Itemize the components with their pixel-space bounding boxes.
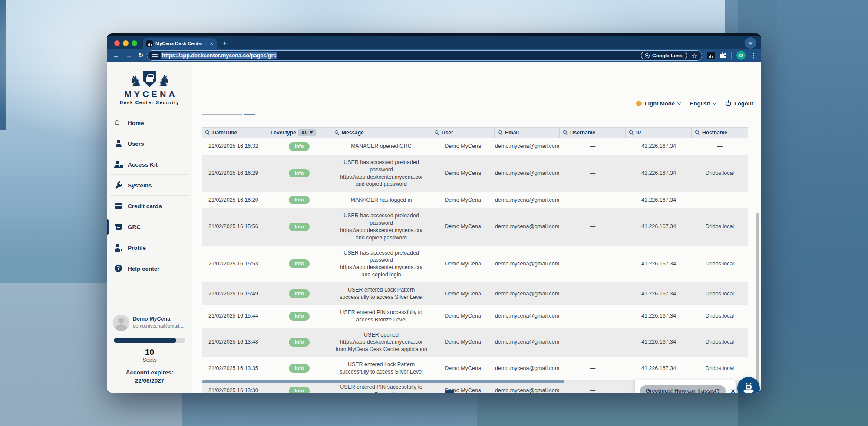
cell-hostname: Dridos.local xyxy=(692,286,748,301)
logo-title: MYCENA xyxy=(107,89,192,99)
pagination-page-button[interactable]: 62 xyxy=(495,390,505,393)
column-header-hostname[interactable]: Hostname xyxy=(692,128,748,138)
cell-level: Info xyxy=(267,285,331,302)
mycena-logo-art: ♞ ♞ xyxy=(107,68,192,88)
table-row[interactable]: 21/02/2025 16:13:48 Info USER opened htt… xyxy=(202,328,748,357)
table-row[interactable]: 21/02/2025 16:16:29 Info USER has access… xyxy=(202,155,748,192)
cell-datetime: 21/02/2025 16:15:56 xyxy=(202,219,267,234)
tab-search-chevron-button[interactable] xyxy=(745,37,756,49)
mycena-extension-icon[interactable] xyxy=(707,52,715,59)
search-icon[interactable] xyxy=(435,130,439,135)
sidebar-item-label: Access Kit xyxy=(128,161,158,168)
sidebar-item[interactable]: Home xyxy=(107,112,192,133)
sidebar-item[interactable]: Systems xyxy=(107,175,192,196)
column-header-ip[interactable]: IP xyxy=(626,128,692,138)
search-icon[interactable] xyxy=(563,130,568,135)
extensions-puzzle-icon[interactable] xyxy=(719,52,726,59)
table-body: 21/02/2025 16:16:32 Info MANAGER opened … xyxy=(202,138,748,393)
bookmark-star-icon[interactable]: ☆ xyxy=(692,52,697,59)
cell-datetime: 21/02/2025 16:13:35 xyxy=(202,361,267,376)
theme-toggle[interactable]: Light Mode xyxy=(636,100,680,107)
theme-label: Light Mode xyxy=(645,100,675,107)
table-row[interactable]: 21/02/2025 16:16:20 Info MANAGER has log… xyxy=(202,192,748,208)
cell-level: Info xyxy=(267,334,331,351)
search-icon[interactable] xyxy=(695,130,700,135)
pagination-page-button[interactable]: 1 xyxy=(445,390,454,393)
column-label: Username xyxy=(570,130,595,136)
cell-level: Info xyxy=(267,138,331,155)
info-badge: Info xyxy=(289,312,309,321)
table-row[interactable]: 21/02/2025 16:15:56 Info USER has access… xyxy=(202,208,748,246)
cell-ip: 41.226.167.34 xyxy=(626,286,692,301)
sidebar-item[interactable]: Access Kit xyxy=(107,154,192,175)
column-header-message[interactable]: Message xyxy=(331,128,431,138)
cell-datetime: 21/02/2025 16:15:49 xyxy=(202,286,267,301)
browser-profile-avatar[interactable]: D xyxy=(736,51,746,60)
back-button[interactable]: ← xyxy=(113,52,119,59)
cell-datetime: 21/02/2025 16:15:53 xyxy=(202,256,267,272)
google-lens-button[interactable]: Google Lens xyxy=(641,52,687,59)
column-header-user[interactable]: User xyxy=(431,128,495,138)
site-info-icon[interactable] xyxy=(152,53,158,58)
pagination-prev-button[interactable]: ◂ xyxy=(438,392,441,393)
chevron-down-icon xyxy=(713,101,716,105)
wrench-icon xyxy=(114,181,123,190)
browser-tab[interactable]: MyCena Desk Center Console × xyxy=(143,38,217,49)
column-label: User xyxy=(442,130,453,136)
sidebar-item[interactable]: Help center xyxy=(107,258,192,279)
level-filter-dropdown[interactable]: All xyxy=(298,129,317,136)
language-label: English xyxy=(690,100,710,107)
pagination-page-button[interactable]: 2 xyxy=(458,390,467,393)
window-close-button[interactable] xyxy=(114,40,120,46)
url-text[interactable]: https://app.deskcenter.mycena.co/pages/g… xyxy=(161,52,277,59)
search-icon[interactable] xyxy=(629,130,634,135)
sidebar-item[interactable]: Users xyxy=(107,133,192,154)
info-badge: Info xyxy=(289,289,309,298)
table-row[interactable]: 21/02/2025 16:15:53 Info USER has access… xyxy=(202,246,748,283)
close-icon[interactable]: × xyxy=(731,387,735,393)
reload-button[interactable]: ↻ xyxy=(138,52,144,59)
language-selector[interactable]: English xyxy=(690,100,716,107)
address-bar[interactable]: https://app.deskcenter.mycena.co/pages/g… xyxy=(147,50,702,61)
search-icon[interactable] xyxy=(335,130,340,135)
pagination-next-button[interactable]: ▸ xyxy=(509,392,512,393)
cell-message: MANAGER opened GRC xyxy=(331,139,431,154)
window-minimize-button[interactable] xyxy=(123,40,129,46)
table-row[interactable]: 21/02/2025 16:16:32 Info MANAGER opened … xyxy=(202,138,748,155)
mycena-favicon-icon xyxy=(146,40,153,47)
pagination-pages: 123...62 xyxy=(445,390,505,393)
cell-ip: 41.226.167.34 xyxy=(626,219,692,234)
info-badge: Info xyxy=(289,364,309,373)
browser-menu-icon[interactable]: ⋮ xyxy=(750,52,757,59)
column-header-level-type[interactable]: Level typeAll xyxy=(267,128,331,138)
pagination-page-button[interactable]: 3 xyxy=(470,390,479,393)
sidebar-item[interactable]: GRC xyxy=(107,216,192,237)
logout-button[interactable]: Logout xyxy=(726,100,753,107)
sidebar-item[interactable]: Profile xyxy=(107,237,192,258)
column-header-username[interactable]: Username xyxy=(560,128,626,138)
vertical-scrollbar[interactable] xyxy=(756,213,759,393)
forward-button[interactable]: → xyxy=(125,52,132,59)
cell-message: USER entered Lock Pattern successfully t… xyxy=(331,357,431,380)
table-row[interactable]: 21/02/2025 16:15:44 Info USER entered PI… xyxy=(202,305,748,328)
cell-username: — xyxy=(560,256,626,272)
cell-datetime: 21/02/2025 16:16:20 xyxy=(202,193,267,208)
table-row[interactable]: 21/02/2025 16:13:35 Info USER entered Lo… xyxy=(202,357,748,380)
pagination-page-button: ... xyxy=(483,390,492,393)
cell-user: Demo MyCena xyxy=(431,334,495,350)
tab-close-icon[interactable]: × xyxy=(210,41,213,46)
power-icon xyxy=(726,101,731,106)
horizontal-scrollbar-thumb[interactable] xyxy=(202,380,564,383)
table-row[interactable]: 21/02/2025 16:15:49 Info USER entered Lo… xyxy=(202,282,748,305)
sidebar-item-label: Systems xyxy=(128,182,152,189)
window-zoom-button[interactable] xyxy=(132,40,137,46)
search-icon[interactable] xyxy=(498,130,503,135)
new-tab-button[interactable]: + xyxy=(221,39,229,48)
cell-level: Info xyxy=(267,165,331,182)
column-header-datetime[interactable]: Date/Time xyxy=(202,128,267,138)
search-icon[interactable] xyxy=(205,130,210,135)
cell-ip: 41.226.167.34 xyxy=(626,139,692,154)
column-header-email[interactable]: Email xyxy=(495,128,560,138)
column-label: Date/Time xyxy=(212,130,237,136)
sidebar-item[interactable]: Credit cards xyxy=(107,196,192,216)
